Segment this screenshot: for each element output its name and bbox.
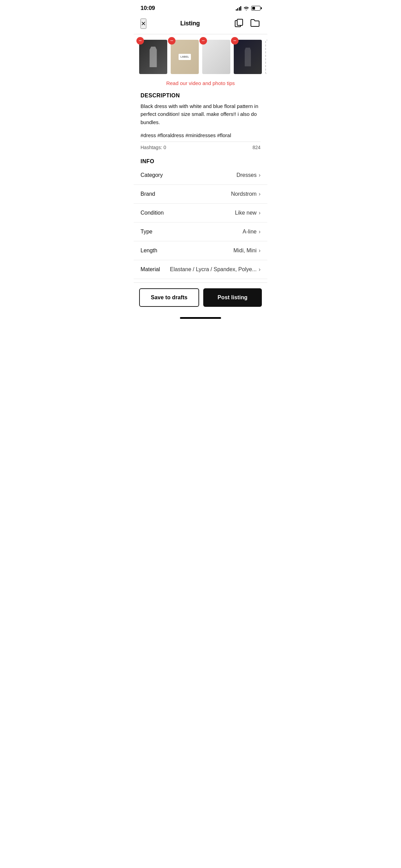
scroll-area: − LABEL − − − +	[134, 34, 267, 282]
type-chevron: ›	[259, 229, 260, 235]
hashtags-text[interactable]: #dress #floraldress #minidresses #floral	[141, 130, 260, 142]
photo-thumb-3: −	[202, 40, 230, 74]
type-label: Type	[141, 229, 153, 235]
length-value: Midi, Mini	[233, 248, 257, 254]
battery-icon	[251, 6, 260, 11]
remove-photo-3-button[interactable]: −	[199, 37, 207, 45]
material-value-row: Elastane / Lycra / Spandex, Polye... ›	[170, 266, 260, 273]
category-chevron: ›	[259, 172, 260, 178]
remove-photo-1-button[interactable]: −	[136, 37, 144, 45]
type-value-row: A-line ›	[243, 229, 260, 235]
folder-button[interactable]	[250, 18, 260, 29]
header-actions	[234, 18, 260, 29]
home-bar	[180, 317, 221, 319]
copy-button[interactable]	[234, 18, 244, 29]
category-value-row: Dresses ›	[236, 172, 260, 178]
type-value: A-line	[243, 229, 257, 235]
copy-icon	[234, 19, 243, 27]
signal-icon	[236, 6, 242, 11]
material-value: Elastane / Lycra / Spandex, Polye...	[170, 266, 257, 273]
type-row[interactable]: Type A-line ›	[134, 222, 267, 241]
length-row[interactable]: Length Midi, Mini ›	[134, 241, 267, 260]
description-title: DESCRIPTION	[141, 93, 260, 99]
page-title: Listing	[180, 20, 200, 27]
close-button[interactable]: ×	[141, 19, 146, 29]
brand-chevron: ›	[259, 191, 260, 197]
photo-tip: Read our video and photo tips	[134, 77, 267, 93]
category-value: Dresses	[236, 172, 257, 178]
photo-strip: − LABEL − − − +	[134, 34, 267, 77]
remove-photo-4-button[interactable]: −	[231, 37, 239, 45]
status-time: 10:09	[141, 5, 155, 12]
wifi-icon	[243, 6, 249, 11]
condition-row[interactable]: Condition Like new ›	[134, 204, 267, 222]
brand-row[interactable]: Brand Nordstrom ›	[134, 185, 267, 204]
status-bar: 10:09	[134, 0, 267, 14]
condition-value: Like new	[235, 210, 257, 216]
material-label: Material	[141, 266, 160, 273]
condition-value-row: Like new ›	[235, 210, 260, 216]
length-chevron: ›	[259, 248, 260, 254]
folder-icon	[250, 19, 260, 27]
svg-rect-1	[237, 19, 243, 25]
page-header: × Listing	[134, 14, 267, 34]
save-to-drafts-button[interactable]: Save to drafts	[139, 288, 199, 307]
home-indicator	[134, 317, 267, 322]
brand-value-row: Nordstrom ›	[231, 191, 260, 197]
length-value-row: Midi, Mini ›	[233, 248, 260, 254]
photo-tip-link[interactable]: Read our video and photo tips	[166, 80, 235, 86]
photo-thumb-1: −	[139, 40, 167, 74]
length-label: Length	[141, 248, 157, 254]
post-listing-button[interactable]: Post listing	[203, 288, 262, 307]
char-count: 824	[253, 145, 260, 150]
material-chevron: ›	[259, 266, 260, 273]
occasion-row[interactable]: Occasion Special Occasion, Vacation, Su.…	[134, 279, 267, 282]
condition-chevron: ›	[259, 210, 260, 216]
description-section: DESCRIPTION Black dress with with white …	[134, 93, 267, 153]
brand-label: Brand	[141, 191, 155, 197]
photo-thumb-4: −	[234, 40, 262, 74]
status-icons	[236, 6, 261, 11]
description-body[interactable]: Black dress with with white and blue flo…	[141, 102, 260, 130]
photo-thumb-2: LABEL −	[171, 40, 199, 74]
category-label: Category	[141, 172, 163, 178]
material-row[interactable]: Material Elastane / Lycra / Spandex, Pol…	[134, 260, 267, 279]
remove-photo-2-button[interactable]: −	[168, 37, 175, 45]
info-section-title: INFO	[134, 153, 267, 166]
hashtag-count: Hashtags: 0	[141, 145, 166, 150]
add-video-button[interactable]: + optional	[265, 40, 267, 74]
bottom-actions: Save to drafts Post listing	[134, 282, 267, 317]
brand-value: Nordstrom	[231, 191, 257, 197]
category-row[interactable]: Category Dresses ›	[134, 166, 267, 185]
condition-label: Condition	[141, 210, 164, 216]
hashtag-count-row: Hashtags: 0 824	[141, 142, 260, 153]
